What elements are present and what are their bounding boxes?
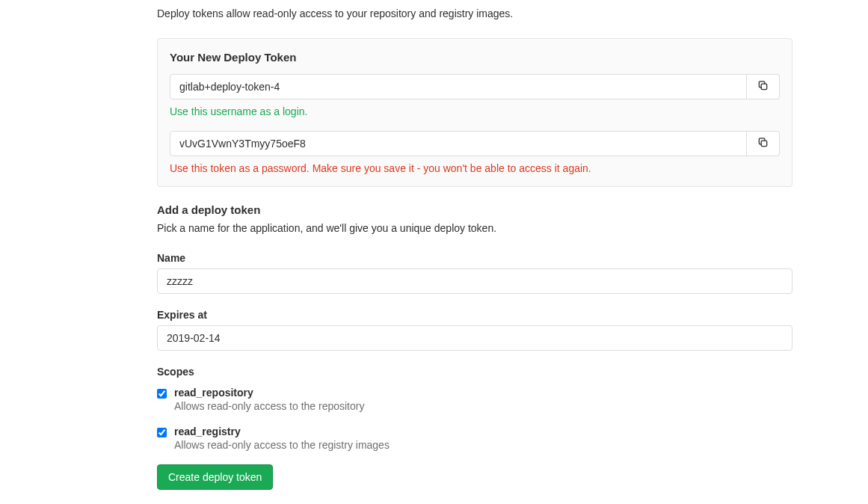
scope-checkbox-read-registry[interactable] — [157, 428, 167, 437]
token-input[interactable] — [170, 131, 747, 156]
copy-username-button[interactable] — [747, 74, 780, 99]
copy-token-button[interactable] — [747, 131, 780, 156]
token-hint: Use this token as a password. Make sure … — [170, 162, 780, 174]
add-token-heading: Add a deploy token — [157, 203, 792, 216]
scope-item-read-registry: read_registry Allows read-only access to… — [157, 425, 792, 451]
expires-label: Expires at — [157, 309, 792, 321]
svg-rect-1 — [761, 141, 767, 147]
add-token-subheading: Pick a name for the application, and we'… — [157, 222, 792, 234]
scope-name: read_registry — [174, 425, 390, 437]
scope-description: Allows read-only access to the registry … — [174, 439, 390, 451]
new-token-panel: Your New Deploy Token Use this username … — [157, 38, 792, 187]
token-input-group — [170, 131, 780, 156]
scopes-label: Scopes — [157, 366, 792, 378]
name-input[interactable] — [157, 268, 792, 294]
token-panel-heading: Your New Deploy Token — [170, 51, 780, 64]
create-deploy-token-button[interactable]: Create deploy token — [157, 464, 273, 490]
scope-checkbox-read-repository[interactable] — [157, 389, 167, 399]
username-hint: Use this username as a login. — [170, 105, 780, 117]
username-input-group — [170, 74, 780, 99]
copy-icon — [757, 137, 769, 150]
scope-name: read_repository — [174, 387, 364, 399]
intro-text: Deploy tokens allow read-only access to … — [157, 7, 792, 19]
username-input[interactable] — [170, 74, 747, 99]
expires-input[interactable] — [157, 325, 792, 351]
svg-rect-0 — [761, 84, 767, 90]
name-label: Name — [157, 252, 792, 264]
scope-item-read-repository: read_repository Allows read-only access … — [157, 387, 792, 412]
scope-description: Allows read-only access to the repositor… — [174, 400, 364, 412]
copy-icon — [757, 80, 769, 93]
